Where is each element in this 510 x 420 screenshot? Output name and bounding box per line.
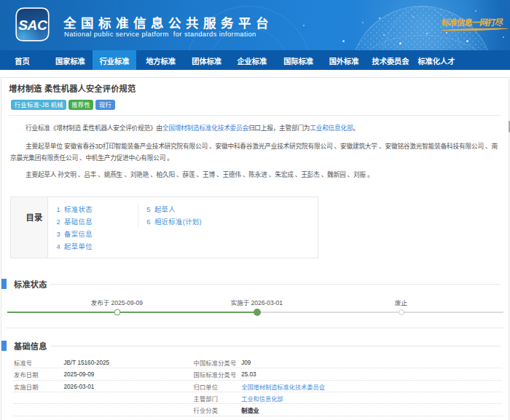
svg-text:SAC: SAC xyxy=(18,17,48,33)
